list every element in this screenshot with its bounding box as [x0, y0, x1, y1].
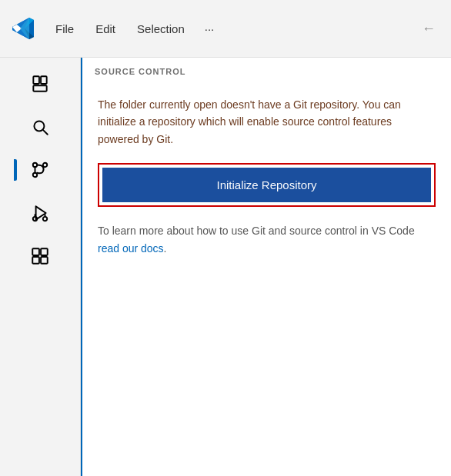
source-control-icon: [30, 160, 50, 180]
source-control-panel: SOURCE CONTROL The folder currently open…: [81, 58, 451, 476]
svg-rect-16: [41, 257, 48, 264]
svg-rect-2: [41, 76, 47, 84]
activity-item-search[interactable]: [20, 107, 60, 147]
menu-selection[interactable]: Selection: [128, 18, 194, 40]
activity-item-explorer[interactable]: [20, 64, 60, 104]
svg-point-6: [43, 163, 47, 167]
activity-item-run-debug[interactable]: [20, 193, 60, 233]
svg-rect-0: [33, 76, 39, 84]
back-button[interactable]: ←: [416, 18, 442, 40]
sc-panel-header: SOURCE CONTROL: [82, 58, 451, 84]
menu-more[interactable]: ···: [197, 18, 222, 40]
sc-panel-content: The folder currently open doesn't have a…: [82, 84, 451, 476]
learn-more-prefix: To learn more about how to use Git and s…: [98, 225, 415, 237]
svg-point-3: [34, 121, 44, 131]
read-docs-link[interactable]: read our docs: [98, 242, 164, 255]
vscode-logo: [9, 15, 37, 42]
run-debug-icon: [30, 203, 50, 223]
explorer-icon: [30, 74, 50, 94]
activity-bar: [0, 58, 81, 476]
search-icon: [30, 117, 50, 137]
init-repo-btn-wrapper: Initialize Repository: [98, 163, 436, 207]
extensions-icon: [30, 246, 50, 266]
menu-bar: File Edit Selection ···: [46, 18, 409, 40]
menu-file[interactable]: File: [46, 18, 83, 40]
svg-rect-1: [33, 85, 46, 92]
main-layout: SOURCE CONTROL The folder currently open…: [0, 58, 451, 476]
svg-rect-14: [41, 248, 48, 255]
activity-item-source-control[interactable]: [20, 150, 60, 190]
svg-rect-15: [32, 257, 39, 264]
activity-item-extensions[interactable]: [20, 236, 60, 276]
initialize-repository-button[interactable]: Initialize Repository: [102, 168, 431, 202]
sc-message-text: The folder currently open doesn't have a…: [98, 96, 436, 148]
titlebar: File Edit Selection ··· ←: [0, 0, 451, 58]
svg-line-4: [43, 130, 47, 134]
menu-edit[interactable]: Edit: [86, 18, 125, 40]
learn-more-text: To learn more about how to use Git and s…: [98, 222, 436, 257]
learn-more-suffix: .: [164, 242, 167, 255]
svg-rect-13: [32, 248, 39, 255]
